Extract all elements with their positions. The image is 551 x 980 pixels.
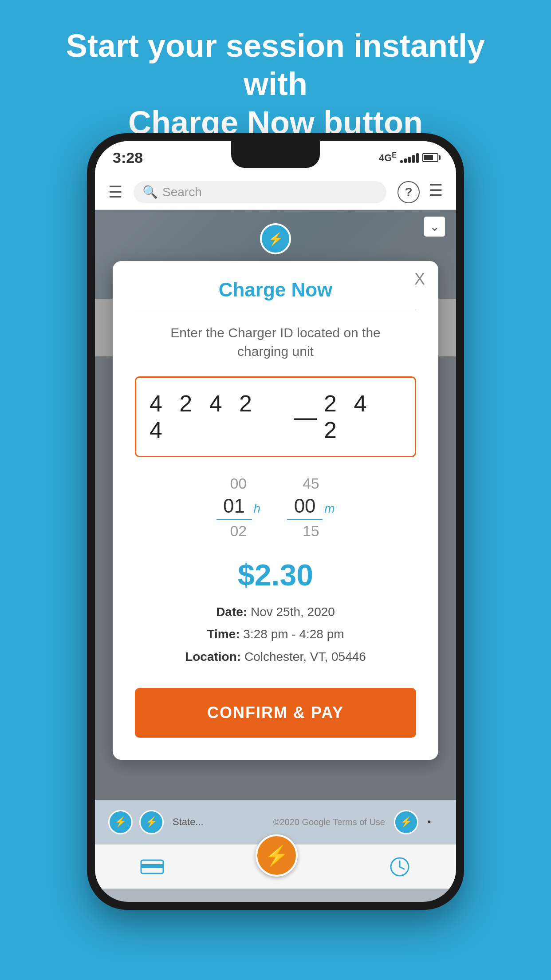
bottom-screen: ⚡ ⚡ State... ©2020 Google Terms of Use ⚡… (95, 800, 456, 902)
minutes-column: 45 00 m 15 (287, 475, 335, 540)
map-icon-3: ⚡ (394, 810, 418, 834)
time-picker: 00 01 h 02 45 00 m 15 (135, 475, 416, 540)
search-icon: 🔍 (142, 185, 158, 199)
location-value: Colchester, VT, 05446 (244, 650, 366, 664)
confirm-pay-button[interactable]: CONFIRM & PAY (135, 688, 416, 738)
minutes-unit: m (324, 502, 335, 516)
map-marker: ⚡ (260, 223, 291, 254)
help-icon[interactable]: ? (398, 181, 420, 203)
header-text: Start your session instantly with Charge… (0, 27, 551, 142)
date-value: Nov 25th, 2020 (251, 605, 335, 619)
header-line1: Start your session instantly with (66, 28, 485, 102)
date-label: Date: (216, 605, 247, 619)
close-button[interactable]: X (414, 270, 425, 288)
price-display: $2.30 (135, 557, 416, 592)
minutes-current[interactable]: 00 (287, 495, 323, 520)
clock-icon (389, 856, 411, 878)
svg-line-4 (400, 867, 404, 869)
modal-title: Charge Now (135, 279, 416, 301)
bottom-tabs: ⚡ (95, 844, 456, 889)
phone-screen: 3:28 4GE ☰ 🔍 Search (95, 141, 456, 902)
charge-now-modal: X Charge Now Enter the Charger ID locate… (113, 261, 438, 760)
location-label: Location: (185, 650, 241, 664)
tab-history[interactable] (389, 856, 411, 878)
hours-prev: 00 (230, 475, 247, 492)
minutes-next: 15 (303, 522, 319, 540)
card-icon (140, 858, 165, 876)
hours-column: 00 01 h 02 (216, 475, 261, 540)
notch (231, 141, 320, 168)
right-dots: • (427, 816, 443, 828)
search-box[interactable]: 🔍 Search (134, 181, 386, 203)
map-icon-2: ⚡ (139, 810, 164, 834)
chevron-down-icon[interactable]: ⌄ (424, 217, 445, 237)
time-value: 3:28 pm - 4:28 pm (243, 627, 344, 641)
menu-icon[interactable]: ☰ (108, 183, 122, 202)
modal-subtitle: Enter the Charger ID located on thecharg… (135, 324, 416, 361)
battery-icon (422, 153, 438, 162)
charge-now-button[interactable]: ⚡ (256, 857, 298, 877)
signal-bars (400, 152, 419, 163)
hours-unit: h (254, 502, 261, 516)
filter-icon[interactable]: ☰ (429, 181, 443, 203)
status-bar: 3:28 4GE (95, 141, 456, 174)
status-time: 3:28 (113, 149, 143, 166)
hours-next: 02 (230, 522, 247, 540)
search-placeholder: Search (162, 185, 202, 199)
session-details: Date: Nov 25th, 2020 Time: 3:28 pm - 4:2… (135, 601, 416, 668)
lte-badge: 4GE (379, 151, 397, 164)
google-watermark: ©2020 Google Terms of Use (213, 817, 385, 827)
charger-id-input[interactable]: 4 2 4 2 4 — 2 4 2 (135, 376, 416, 457)
charger-id-part2: 2 4 2 (324, 390, 401, 443)
tab-payment[interactable] (140, 858, 165, 876)
map-icon-1: ⚡ (108, 810, 133, 834)
phone-frame: 3:28 4GE ☰ 🔍 Search (87, 133, 464, 910)
status-icons: 4GE (379, 151, 438, 164)
charger-id-dash: — (294, 403, 317, 430)
hours-current[interactable]: 01 (216, 495, 252, 520)
charger-id-part1: 4 2 4 2 4 (150, 390, 287, 443)
time-label: Time: (207, 627, 240, 641)
map-state-label: State... (173, 816, 204, 828)
map-bottom-icons: ⚡ ⚡ (108, 810, 164, 834)
svg-rect-1 (141, 864, 163, 868)
minutes-prev: 45 (303, 475, 319, 492)
modal-divider (135, 310, 416, 310)
app-toolbar: ☰ 🔍 Search ? ☰ (95, 174, 456, 210)
toolbar-right: ? ☰ (398, 181, 443, 203)
